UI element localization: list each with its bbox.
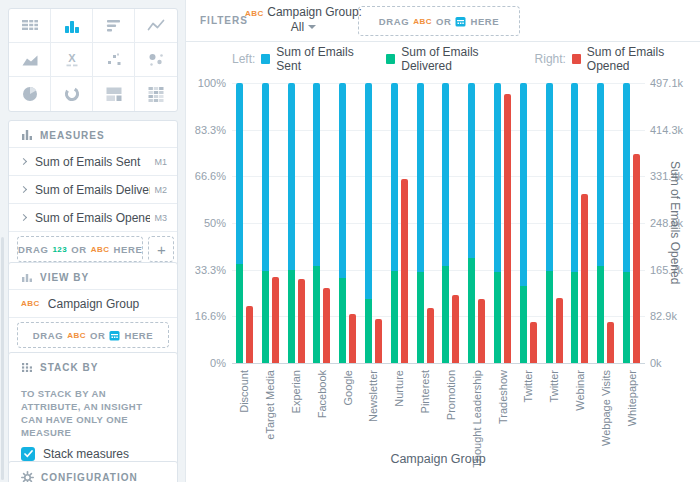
gear-icon [21, 471, 34, 482]
bar-emails-sent[interactable] [494, 83, 501, 272]
bar-emails-delivered[interactable] [288, 270, 295, 363]
bar-emails-sent[interactable] [417, 83, 424, 272]
viz-headline-button[interactable]: X [51, 43, 93, 77]
bar-emails-delivered[interactable] [546, 271, 553, 363]
bar-emails-delivered[interactable] [494, 272, 501, 363]
bar-emails-opened[interactable] [607, 322, 614, 363]
bar-emails-sent[interactable] [236, 83, 243, 264]
dropzone-text: DRAG [33, 330, 63, 341]
numeric-tag: 123 [52, 245, 67, 254]
bar-emails-opened[interactable] [375, 319, 382, 363]
bar-emails-delivered[interactable] [571, 272, 578, 363]
campaign-group-filter-dropdown[interactable]: ABC Campaign Group: All [241, 5, 366, 34]
bar-emails-opened[interactable] [504, 94, 511, 363]
legend-item[interactable]: Sum of Emails Opened [572, 45, 697, 73]
bar-emails-opened[interactable] [452, 295, 459, 363]
bar-emails-sent[interactable] [365, 83, 372, 299]
bar-emails-opened[interactable] [633, 154, 640, 363]
legend-item[interactable]: Sum of Emails Delivered [386, 45, 518, 73]
bar-emails-opened[interactable] [478, 299, 485, 363]
bar-emails-delivered[interactable] [520, 286, 527, 363]
bar-emails-sent[interactable] [262, 83, 269, 271]
chevron-right-icon[interactable] [20, 186, 27, 193]
bubble-chart-icon [147, 51, 165, 69]
category-label: eTarget Media [264, 370, 277, 482]
bar-emails-opened[interactable] [272, 277, 279, 363]
dropzone-text: HERE [124, 330, 153, 341]
bar-emails-delivered[interactable] [313, 266, 320, 363]
bar-emails-opened[interactable] [427, 308, 434, 363]
viz-donut-chart-button[interactable] [51, 77, 93, 111]
bar-emails-opened[interactable] [349, 314, 356, 363]
bar-emails-sent[interactable] [288, 83, 295, 270]
measure-item-emails-opened[interactable]: Sum of Emails Opened M3 [9, 203, 177, 231]
bar-emails-sent[interactable] [468, 83, 475, 258]
category-label: Twitter [548, 370, 561, 482]
bar-emails-delivered[interactable] [597, 266, 604, 363]
legend-label: Sum of Emails Opened [587, 45, 697, 73]
plus-icon: + [157, 241, 166, 258]
bar-emails-opened[interactable] [401, 179, 408, 363]
view-by-item-campaign-group[interactable]: ABC Campaign Group [9, 289, 177, 317]
bar-emails-opened[interactable] [556, 298, 563, 363]
viz-treemap-button[interactable] [93, 77, 135, 111]
attribute-tag: ABC [413, 17, 432, 26]
viz-table-button[interactable] [9, 9, 51, 43]
measures-title: MEASURES [40, 130, 105, 141]
viz-bubble-chart-button[interactable] [135, 43, 177, 77]
bar-emails-sent[interactable] [546, 83, 553, 271]
legend-axis-prefix: Right: [535, 52, 566, 66]
configuration-title: CONFIGURATION [41, 472, 138, 482]
measure-label: Sum of Emails Delivered [35, 183, 150, 197]
bar-emails-opened[interactable] [246, 306, 253, 363]
measure-item-emails-delivered[interactable]: Sum of Emails Delivered M2 [9, 175, 177, 203]
legend-swatch [386, 54, 395, 64]
bar-emails-sent[interactable] [313, 83, 320, 266]
bar-emails-delivered[interactable] [442, 266, 449, 363]
add-measure-button[interactable]: + [148, 236, 174, 262]
bar-emails-sent[interactable] [520, 83, 527, 286]
viz-column-chart-button-selected[interactable] [51, 9, 93, 43]
sidebar-scrollbar[interactable] [1, 237, 4, 480]
bar-emails-delivered[interactable] [417, 272, 424, 363]
bar-emails-delivered[interactable] [468, 258, 475, 363]
viz-bar-chart-button[interactable] [93, 9, 135, 43]
left-axis-tick-label: 0% [180, 357, 226, 369]
legend-item[interactable]: Sum of Emails Sent [261, 45, 370, 73]
chevron-right-icon[interactable] [20, 158, 27, 165]
view-by-dropzone[interactable]: DRAG ABC OR HERE [17, 322, 169, 348]
bar-emails-delivered[interactable] [391, 271, 398, 363]
measure-item-emails-sent[interactable]: Sum of Emails Sent M1 [9, 147, 177, 175]
measures-dropzone[interactable]: DRAG 123 OR ABC HERE [17, 236, 143, 262]
viz-pie-chart-button[interactable] [9, 77, 51, 111]
bar-emails-sent[interactable] [597, 83, 604, 266]
bar-emails-delivered[interactable] [623, 272, 630, 363]
bar-emails-delivered[interactable] [339, 278, 346, 363]
bar-emails-sent[interactable] [442, 83, 449, 266]
category-label: Webinar [574, 370, 587, 482]
bar-emails-sent[interactable] [339, 83, 346, 278]
measure-badge: M1 [154, 157, 167, 167]
bar-emails-delivered[interactable] [262, 271, 269, 363]
viz-scatter-plot-button[interactable] [93, 43, 135, 77]
viz-line-chart-button[interactable] [135, 9, 177, 43]
bar-emails-sent[interactable] [391, 83, 398, 271]
category-label: Whitepaper [626, 370, 639, 482]
bar-emails-opened[interactable] [298, 279, 305, 363]
bar-emails-opened[interactable] [323, 288, 330, 363]
category-label: Discount [238, 370, 251, 482]
bar-emails-delivered[interactable] [365, 299, 372, 363]
bar-emails-opened[interactable] [530, 322, 537, 363]
bar-emails-opened[interactable] [581, 194, 588, 363]
bar-emails-sent[interactable] [623, 83, 630, 272]
viz-area-chart-button[interactable] [9, 43, 51, 77]
column-chart-icon [63, 17, 81, 35]
checkbox-checked-icon[interactable] [21, 447, 35, 461]
bar-emails-sent[interactable] [571, 83, 578, 272]
filter-dropzone[interactable]: DRAG ABC OR HERE [358, 6, 520, 36]
measure-badge: M2 [154, 185, 167, 195]
chevron-right-icon[interactable] [20, 214, 27, 221]
viz-heatmap-button[interactable] [135, 77, 177, 111]
dropzone-text: OR [90, 330, 105, 341]
bar-emails-delivered[interactable] [236, 264, 243, 363]
